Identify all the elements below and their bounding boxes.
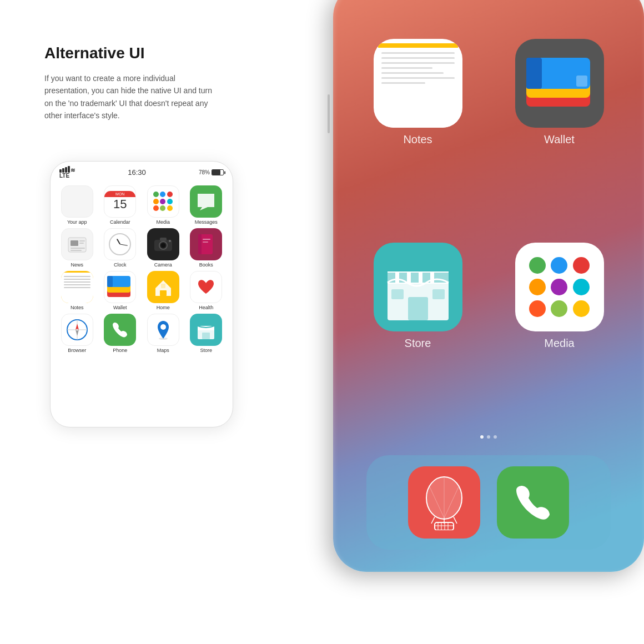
lg-dot-9 bbox=[573, 300, 590, 317]
media-dots bbox=[153, 192, 173, 212]
large-notes-icon bbox=[374, 39, 462, 128]
svg-rect-7 bbox=[79, 240, 85, 242]
notes-body bbox=[378, 48, 458, 128]
books-label: Books bbox=[199, 262, 213, 268]
app-phone[interactable]: Phone bbox=[100, 314, 140, 353]
note-big-line-1 bbox=[381, 52, 455, 54]
app-store[interactable]: Store bbox=[187, 314, 227, 353]
phone-small-mockup: ≋ LTE 16:30 78% Your app MON 15 Calendar bbox=[50, 161, 233, 427]
health-label: Health bbox=[199, 305, 213, 310]
wallet-label: Wallet bbox=[113, 305, 127, 310]
home-icon bbox=[147, 271, 179, 303]
lg-dot-1 bbox=[529, 257, 546, 274]
media-label: Media bbox=[156, 219, 170, 225]
battery-indicator: 78% bbox=[199, 169, 224, 175]
large-wallet-label: Wallet bbox=[544, 133, 575, 146]
calendar-date: 15 bbox=[113, 197, 127, 212]
app-calendar[interactable]: MON 15 Calendar bbox=[100, 185, 140, 225]
media-dot-1 bbox=[153, 192, 159, 197]
note-big-line-7 bbox=[381, 82, 425, 84]
note-line-2 bbox=[64, 279, 90, 280]
app-news[interactable]: News bbox=[57, 228, 97, 268]
phone-small-label: Phone bbox=[113, 348, 127, 353]
page-dot-2 bbox=[487, 435, 490, 439]
wallet-icon bbox=[104, 271, 136, 303]
camera-icon bbox=[147, 228, 179, 260]
app-messages[interactable]: Messages bbox=[187, 185, 227, 225]
app-browser[interactable]: Browser bbox=[57, 314, 97, 353]
svg-rect-49 bbox=[411, 273, 419, 283]
app-your-app[interactable]: Your app bbox=[57, 185, 97, 225]
large-screen-content: Notes Wallet bbox=[333, 0, 644, 572]
svg-line-56 bbox=[431, 517, 435, 524]
media-dot-3 bbox=[167, 192, 173, 197]
large-store-icon bbox=[374, 243, 462, 331]
svg-point-14 bbox=[161, 243, 165, 248]
notes-label: Notes bbox=[71, 305, 84, 310]
app-camera[interactable]: Camera bbox=[143, 228, 183, 268]
large-dock-balloon-icon[interactable] bbox=[408, 466, 480, 539]
media-dot-7 bbox=[153, 205, 159, 211]
battery-pct: 78% bbox=[199, 169, 210, 175]
media-dot-4 bbox=[153, 199, 159, 204]
health-icon bbox=[190, 271, 222, 303]
calendar-header: MON bbox=[104, 191, 135, 197]
media-dot-2 bbox=[160, 192, 165, 197]
app-health[interactable]: Health bbox=[187, 271, 227, 310]
left-panel: Alternative UI If you want to create a m… bbox=[44, 44, 266, 122]
notes-lines bbox=[61, 273, 93, 304]
svg-rect-52 bbox=[408, 297, 428, 320]
large-app-notes[interactable]: Notes bbox=[355, 39, 480, 226]
news-icon bbox=[61, 228, 93, 260]
svg-rect-10 bbox=[71, 250, 82, 251]
calendar-icon: MON 15 bbox=[104, 185, 136, 218]
note-big-line-5 bbox=[381, 72, 444, 74]
svg-rect-44 bbox=[576, 76, 587, 87]
note-big-line-4 bbox=[381, 67, 432, 69]
app-wallet[interactable]: Wallet bbox=[100, 271, 140, 310]
time-display: 16:30 bbox=[128, 168, 146, 177]
your-app-label: Your app bbox=[67, 219, 87, 225]
camera-label: Camera bbox=[154, 262, 172, 268]
svg-rect-12 bbox=[160, 238, 167, 241]
large-dock-phone-icon[interactable] bbox=[497, 466, 569, 539]
app-books[interactable]: Books bbox=[187, 228, 227, 268]
app-notes[interactable]: Notes bbox=[57, 271, 97, 310]
large-dock bbox=[366, 455, 611, 550]
large-app-media[interactable]: Media bbox=[497, 243, 622, 430]
svg-rect-17 bbox=[198, 234, 202, 254]
app-home[interactable]: Home bbox=[143, 271, 183, 310]
battery-icon bbox=[212, 169, 224, 175]
messages-label: Messages bbox=[195, 219, 218, 225]
media-dot-5 bbox=[160, 199, 165, 204]
large-app-store[interactable]: Store bbox=[355, 243, 480, 430]
maps-icon bbox=[147, 314, 179, 346]
news-label: News bbox=[71, 262, 83, 268]
maps-label: Maps bbox=[157, 348, 169, 353]
side-button-left bbox=[328, 94, 330, 133]
status-bar: ≋ LTE 16:30 78% bbox=[51, 162, 233, 181]
app-media[interactable]: Media bbox=[143, 185, 183, 225]
large-store-label: Store bbox=[405, 337, 431, 350]
media-dot-8 bbox=[160, 205, 165, 211]
status-spacer bbox=[355, 17, 622, 39]
page-dot-3 bbox=[494, 435, 497, 439]
svg-rect-23 bbox=[107, 276, 113, 287]
svg-rect-27 bbox=[161, 284, 165, 288]
large-app-wallet[interactable]: Wallet bbox=[497, 39, 622, 226]
lg-dot-2 bbox=[551, 257, 567, 274]
clock-face bbox=[109, 233, 131, 255]
page-description: If you want to create a more individual … bbox=[44, 72, 222, 122]
svg-text:≋: ≋ bbox=[71, 167, 75, 173]
app-clock[interactable]: Clock bbox=[100, 228, 140, 268]
browser-icon bbox=[61, 314, 93, 346]
app-grid-small: Your app MON 15 Calendar bbox=[51, 181, 233, 358]
phone-icon bbox=[104, 314, 136, 346]
app-maps[interactable]: Maps bbox=[143, 314, 183, 353]
svg-rect-43 bbox=[526, 58, 542, 89]
your-app-icon bbox=[61, 185, 93, 218]
lg-dot-4 bbox=[529, 279, 546, 295]
notes-top-bar bbox=[378, 43, 458, 48]
clock-label: Clock bbox=[114, 262, 127, 268]
note-big-line-3 bbox=[381, 62, 455, 64]
